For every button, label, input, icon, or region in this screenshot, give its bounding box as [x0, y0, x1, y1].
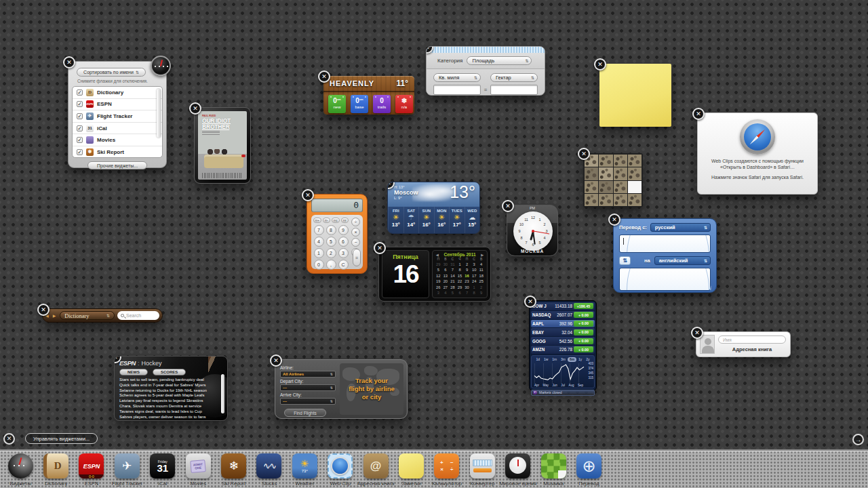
- dock-widget-icon[interactable]: D: [43, 453, 68, 479]
- close-icon[interactable]: ✕: [63, 56, 75, 68]
- checkbox-checked[interactable]: ✓: [77, 113, 83, 119]
- to-value-input[interactable]: [490, 85, 538, 95]
- operator-button[interactable]: ×: [351, 228, 360, 237]
- dock-item[interactable]: Web Clip: [323, 453, 358, 487]
- close-dashboard-button[interactable]: ✕: [3, 433, 15, 445]
- checkbox-checked[interactable]: ✓: [77, 149, 83, 155]
- more-widgets-button[interactable]: Прочие виджеты...: [87, 161, 147, 169]
- digit-button[interactable]: 5: [326, 237, 336, 247]
- find-flights-button[interactable]: Find Flights: [284, 409, 326, 417]
- headline-link[interactable]: Latvians pay final respects to legend Sk…: [119, 399, 222, 404]
- source-text-area[interactable]: [619, 235, 711, 253]
- close-icon[interactable]: ✕: [318, 70, 330, 83]
- headline-link[interactable]: Stars set to sell team, pending bankrupt…: [119, 378, 222, 383]
- checkbox-checked[interactable]: ✓: [77, 125, 83, 131]
- checkbox-checked[interactable]: ✓: [77, 101, 83, 107]
- dock-widget-icon[interactable]: Friday 31: [150, 453, 175, 479]
- dock-item[interactable]: + − × ÷ Калькулятор: [429, 453, 465, 487]
- airline-select[interactable]: All Airlines ⇅: [280, 371, 336, 378]
- calendar-day-cell[interactable]: 14: [449, 273, 456, 279]
- digit-button[interactable]: 1: [314, 248, 324, 258]
- calendar-day-cell[interactable]: 8: [471, 290, 478, 296]
- espn-tab[interactable]: NEWS: [119, 369, 148, 375]
- dock-item[interactable]: @ Адресная книга: [358, 453, 393, 487]
- calendar-day-cell[interactable]: 9: [477, 290, 485, 296]
- dock-widget-icon[interactable]: ✈: [115, 453, 140, 479]
- calendar-day-cell[interactable]: 7: [449, 267, 456, 272]
- headline-link[interactable]: Quick talks end in 7-year deal for Sabre…: [119, 383, 222, 388]
- manage-widgets-button[interactable]: Управлять виджетами...: [25, 433, 98, 444]
- scrollbar-thumb[interactable]: [221, 374, 224, 413]
- safari-icon[interactable]: [740, 119, 775, 155]
- movies-widget[interactable]: ✕ PAUL RUDD OUR IDIOT BROTHER: [194, 107, 251, 184]
- headline-link[interactable]: Selanne returning to Ducks for 19th NHL …: [119, 388, 222, 394]
- close-icon[interactable]: ✕: [189, 102, 201, 115]
- puzzle-tile[interactable]: [628, 167, 642, 180]
- widget-list-item[interactable]: ✓ Movies: [73, 134, 162, 146]
- close-icon[interactable]: ✕: [524, 296, 536, 308]
- dock-item[interactable]: ❄ Ski Report: [216, 453, 251, 487]
- dock-item[interactable]: ✈ Flight Tracker: [109, 453, 144, 487]
- calendar-day-cell[interactable]: 23: [463, 279, 471, 284]
- date-pane[interactable]: Пятница 16: [382, 250, 429, 298]
- close-icon[interactable]: ✕: [270, 354, 282, 367]
- range-tab[interactable]: 3m: [559, 357, 568, 362]
- dock-widget-icon[interactable]: ∿∿: [256, 453, 281, 479]
- depart-city-select[interactable]: --- ⇅: [280, 384, 336, 391]
- calendar-day-cell[interactable]: 5: [435, 267, 442, 272]
- stock-row[interactable]: EBAY 32.04 + 0.00: [531, 328, 595, 336]
- calendar-day-cell[interactable]: 15: [456, 273, 464, 279]
- dock-widget-icon[interactable]: @: [363, 453, 389, 479]
- dock-item[interactable]: ⊕ Перевод: [571, 453, 606, 487]
- espn-tab[interactable]: SCORES: [153, 369, 186, 375]
- calendar-day-cell[interactable]: 5: [449, 290, 456, 296]
- calendar-day-cell[interactable]: 24: [471, 279, 478, 284]
- calendar-day-cell[interactable]: 2: [477, 285, 485, 290]
- equals-button[interactable]: =: [353, 249, 361, 266]
- dock-item[interactable]: ∿∿ Stocks: [252, 453, 287, 487]
- from-value-input[interactable]: [433, 85, 481, 95]
- checkbox-checked[interactable]: ✓: [77, 89, 83, 96]
- widget-list-item[interactable]: ✓ 31 iCal: [73, 123, 162, 135]
- widget-list-item[interactable]: ✓ D Dictionary: [73, 87, 162, 99]
- from-language-select[interactable]: русский ⇅: [650, 223, 711, 232]
- dock-widget-icon[interactable]: [541, 453, 566, 479]
- info-button[interactable]: i: [710, 285, 711, 291]
- dictionary-select[interactable]: Dictionary ⇅: [60, 311, 115, 320]
- digit-button[interactable]: 4: [314, 237, 324, 247]
- dock-widget-icon[interactable]: ⊕: [576, 453, 601, 479]
- operator-button[interactable]: −: [351, 238, 360, 247]
- dock-item[interactable]: Мозаика: [536, 453, 571, 487]
- dock-widget-icon[interactable]: ADMIT ONE: [186, 453, 211, 479]
- calendar-day-cell[interactable]: 6: [442, 267, 450, 272]
- espn-section-label[interactable]: Hockey: [141, 360, 161, 367]
- memory-button[interactable]: mc: [332, 218, 340, 223]
- digit-button[interactable]: 2: [326, 248, 336, 258]
- dock-item[interactable]: ☀ 73° Weather: [287, 453, 322, 487]
- close-icon[interactable]: ✕: [691, 327, 703, 339]
- calendar-day-cell[interactable]: 29: [456, 285, 464, 290]
- sort-by-name-button[interactable]: Сортировать по имени ⇅: [77, 68, 146, 77]
- headline-link[interactable]: Tavares signs deal, wants to lead Isles …: [119, 409, 222, 415]
- memory-button[interactable]: m-: [323, 218, 331, 223]
- close-icon[interactable]: ✕: [608, 214, 620, 226]
- calendar-day-cell[interactable]: 10: [471, 267, 478, 272]
- calendar-day-cell[interactable]: 31: [449, 262, 456, 267]
- from-unit-select[interactable]: Кв. миля ⇅: [433, 73, 481, 82]
- category-select[interactable]: Площадь ⇅: [467, 56, 532, 65]
- widget-list-item[interactable]: ✓ ✈ Flight Tracker: [73, 110, 162, 123]
- dock-widget-icon[interactable]: ❄: [221, 453, 246, 479]
- checkbox-checked[interactable]: ✓: [77, 137, 83, 143]
- tile-puzzle-widget[interactable]: ✕: [583, 153, 643, 207]
- digit-button[interactable]: 7: [314, 225, 324, 235]
- widget-list-item[interactable]: ✓ ESPN ESPN: [73, 99, 162, 111]
- calendar-day-cell[interactable]: 4: [442, 290, 450, 296]
- widget-list-item[interactable]: ✓ ❄ Ski Report: [73, 146, 162, 158]
- dock-item[interactable]: ADMIT ONE Movies: [180, 453, 216, 487]
- calendar-day-cell[interactable]: 30: [463, 285, 471, 290]
- puzzle-tile[interactable]: [585, 167, 598, 180]
- dock-widget-icon[interactable]: [8, 453, 33, 479]
- puzzle-tile[interactable]: [614, 194, 627, 206]
- headline-link[interactable]: Chara, Slovak stars mourn Demitra at ser…: [119, 404, 222, 409]
- puzzle-tile[interactable]: [599, 181, 612, 193]
